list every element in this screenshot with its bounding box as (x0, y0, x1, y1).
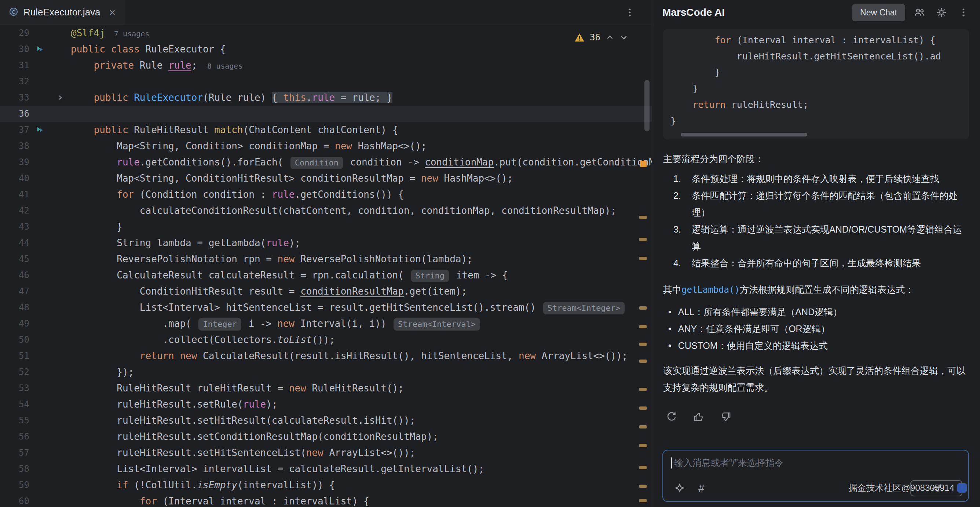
code-line[interactable]: 49 .map( Integer i -> new Interval(i, i)… (0, 316, 652, 332)
code-line[interactable]: 39 rule.getConditions().forEach( Conditi… (0, 154, 652, 170)
line-number[interactable]: 49 (0, 316, 29, 332)
line-number[interactable]: 50 (0, 332, 29, 348)
line-number[interactable]: 39 (0, 154, 29, 170)
previous-warning-button[interactable] (606, 33, 614, 42)
line-number[interactable]: 52 (0, 364, 29, 380)
line-number[interactable]: 33 (0, 89, 29, 106)
new-chat-button[interactable]: New Chat (852, 4, 905, 21)
line-number[interactable]: 29 (0, 25, 29, 41)
code-line[interactable]: 46 CalculateResult calculateResult = rpn… (0, 267, 652, 283)
line-number[interactable]: 47 (0, 283, 29, 299)
line-number[interactable]: 36 (0, 106, 29, 122)
error-stripe-mark[interactable] (639, 388, 647, 391)
regenerate-button[interactable] (663, 408, 680, 425)
code-line[interactable]: 51 return new CalculateResult(result.isH… (0, 348, 652, 364)
code-line[interactable]: 58 List<Interval> intervalList = calcula… (0, 461, 652, 477)
hash-context-button[interactable]: # (698, 483, 705, 494)
panel-menu-button[interactable] (956, 5, 971, 20)
error-stripe-mark[interactable] (639, 485, 647, 488)
line-number[interactable]: 57 (0, 445, 29, 461)
error-stripe-mark[interactable] (639, 466, 647, 469)
line-number[interactable]: 42 (0, 202, 29, 218)
line-number[interactable]: 32 (0, 73, 29, 89)
error-stripe-mark[interactable] (639, 257, 647, 260)
error-stripe-mark[interactable] (639, 325, 647, 328)
code-line[interactable]: 53 RuleHitResult ruleHitResult = new Rul… (0, 380, 652, 396)
line-number[interactable]: 48 (0, 299, 29, 316)
code-line[interactable]: 31 private Rule rule; 8 usages (0, 57, 652, 73)
line-number[interactable]: 37 (0, 122, 29, 138)
line-number[interactable]: 43 (0, 218, 29, 235)
code-line[interactable]: 41 for (Condition condition : rule.getCo… (0, 187, 652, 202)
code-line[interactable]: 30public class RuleExecutor { (0, 41, 652, 57)
line-number[interactable]: 30 (0, 41, 29, 57)
code-line[interactable]: 56 ruleHitResult.setConditionResultMap(c… (0, 429, 652, 445)
error-stripe-mark[interactable] (639, 360, 647, 363)
line-number[interactable]: 54 (0, 396, 29, 412)
code-line[interactable]: 40 Map<String, ConditionHitResult> condi… (0, 170, 652, 187)
line-number[interactable]: 46 (0, 267, 29, 283)
line-number[interactable]: 53 (0, 380, 29, 396)
fold-chevron-icon[interactable] (51, 89, 71, 106)
quick-command-button[interactable] (672, 481, 687, 496)
code-line[interactable]: 43 } (0, 218, 652, 235)
code-line[interactable]: 48 List<Interval> hitSentenceList = resu… (0, 299, 652, 316)
code-line[interactable]: 60 for (Interval interval : intervalList… (0, 493, 652, 507)
settings-button[interactable] (934, 5, 949, 20)
line-number[interactable]: 56 (0, 429, 29, 445)
error-stripe-mark[interactable] (639, 343, 647, 346)
gutter-ai-icon[interactable] (29, 41, 51, 57)
line-number[interactable]: 40 (0, 170, 29, 187)
chat-input-box[interactable]: # 掘金技术社区@908305914 (662, 450, 969, 502)
code-line[interactable]: 37 public RuleHitResult match(ChatConten… (0, 122, 652, 138)
code-line[interactable]: 52 }); (0, 364, 652, 380)
line-number[interactable]: 51 (0, 348, 29, 364)
code-line[interactable]: 33 public RuleExecutor(Rule rule) { this… (0, 89, 652, 106)
line-number[interactable]: 44 (0, 235, 29, 251)
tab-rule-executor[interactable]: C RuleExecutor.java × (0, 0, 125, 25)
editor-options-button[interactable] (622, 5, 637, 20)
line-number[interactable]: 58 (0, 461, 29, 477)
code-editor[interactable]: 29@Slf4j 7 usages30public class RuleExec… (0, 25, 652, 507)
code-line[interactable]: 47 ConditionHitResult result = condition… (0, 283, 652, 299)
editor-scrollbar-thumb[interactable] (644, 80, 649, 131)
error-stripe-mark[interactable] (640, 161, 647, 167)
code-line[interactable]: 42 calculateConditionResult(chatContent,… (0, 202, 652, 218)
code-token (71, 189, 117, 200)
code-line[interactable]: 54 ruleHitResult.setRule(rule); (0, 396, 652, 412)
line-number[interactable]: 59 (0, 477, 29, 493)
code-line[interactable]: 44 String lambda = getLambda(rule); (0, 235, 652, 251)
error-stripe-mark[interactable] (639, 444, 647, 447)
code-block-scrollbar[interactable] (673, 133, 967, 137)
error-stripe-mark[interactable] (639, 238, 647, 241)
line-number[interactable]: 45 (0, 251, 29, 267)
next-warning-button[interactable] (619, 33, 628, 42)
code-block-scrollbar-thumb[interactable] (681, 133, 807, 137)
code-line[interactable]: 36 (0, 106, 652, 122)
error-stripe-mark[interactable] (639, 407, 647, 410)
code-line[interactable]: 57 ruleHitResult.setHitSentenceList(new … (0, 445, 652, 461)
code-line[interactable]: 38 Map<String, Condition> conditionMap =… (0, 138, 652, 154)
tab-close-button[interactable]: × (109, 7, 116, 18)
chat-message-area[interactable]: for (Interval interval : intervalList) {… (652, 25, 980, 448)
code-line[interactable]: 45 ReversePolishNotation rpn = new Rever… (0, 251, 652, 267)
chat-input-field[interactable] (673, 457, 960, 469)
error-stripe-mark[interactable] (639, 306, 647, 309)
code-line[interactable]: 59 if (!CollUtil.isEmpty(intervalList)) … (0, 477, 652, 493)
line-number[interactable]: 31 (0, 57, 29, 73)
code-line[interactable]: 29@Slf4j 7 usages (0, 25, 652, 41)
line-number[interactable]: 38 (0, 138, 29, 154)
line-number[interactable]: 41 (0, 187, 29, 202)
line-number[interactable]: 60 (0, 493, 29, 507)
code-line[interactable]: 32 (0, 73, 652, 89)
collaborators-button[interactable] (912, 5, 927, 20)
error-stripe-mark[interactable] (639, 499, 647, 502)
line-number[interactable]: 55 (0, 412, 29, 429)
thumbs-down-button[interactable] (718, 408, 734, 425)
gutter-ai-icon[interactable] (29, 122, 51, 138)
code-line[interactable]: 50 .collect(Collectors.toList()); (0, 332, 652, 348)
thumbs-up-button[interactable] (690, 408, 707, 425)
code-line[interactable]: 55 ruleHitResult.setHitResult(calculateR… (0, 412, 652, 429)
error-stripe-mark[interactable] (639, 216, 647, 219)
error-stripe-mark[interactable] (639, 425, 647, 429)
